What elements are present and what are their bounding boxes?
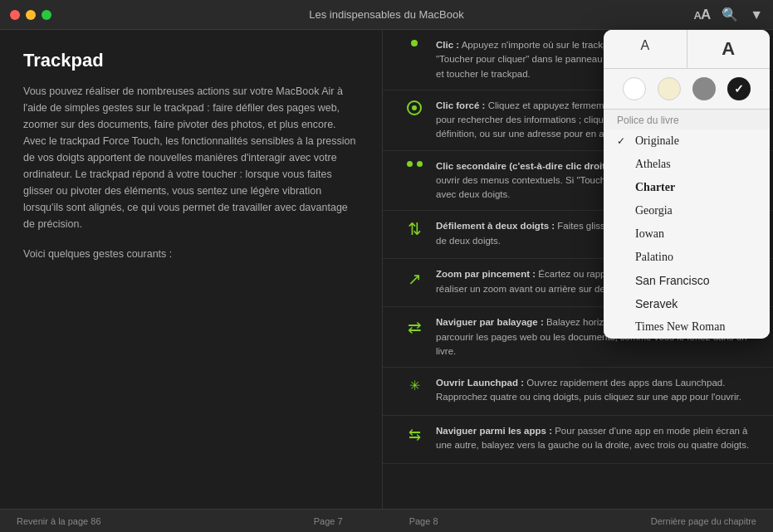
gesture-icon-dot-outline xyxy=(393,99,436,115)
gesture-row-launchpad: ✳ Ouvrir Launchpad : Ouvrez rapidement d… xyxy=(383,368,773,416)
font-item-georgia[interactable]: Georgia xyxy=(604,199,770,222)
font-item-athelas[interactable]: Athelas xyxy=(604,153,770,176)
color-swatch-white[interactable] xyxy=(623,77,646,100)
menu-icon[interactable]: ▼ xyxy=(750,7,763,22)
search-icon[interactable]: 🔍 xyxy=(722,7,738,22)
page-8-label: Page 8 xyxy=(409,516,438,526)
font-item-times-new-roman[interactable]: Times New Roman xyxy=(604,315,770,339)
bottom-bar: Revenir à la page 86 Page 7 Page 8 Derni… xyxy=(0,509,773,532)
page-7-label: Page 7 xyxy=(314,516,343,526)
font-size-increase-button[interactable]: A xyxy=(687,30,771,68)
font-large-a: A xyxy=(722,38,735,59)
font-name-originale: Originale xyxy=(635,134,679,148)
gesture-icon-arrows-multi: ✳ xyxy=(393,376,436,393)
font-unselected-space-georgia xyxy=(617,204,629,217)
font-settings-popup: A A ✓ Police du livre ✓ Originale Athela… xyxy=(604,30,770,339)
font-selected-check-icon: ✓ xyxy=(617,135,629,148)
font-unselected-space xyxy=(617,158,629,171)
font-unselected-space-palatino xyxy=(617,251,629,264)
text-size-icon[interactable]: AA xyxy=(693,7,710,23)
gesture-icon-arrows-leftright: ⇄ xyxy=(393,315,436,337)
font-unselected-space-seravek xyxy=(617,297,629,310)
font-name-times-new-roman: Times New Roman xyxy=(635,320,725,334)
close-button[interactable] xyxy=(10,10,20,20)
gesture-text-launchpad: Ouvrir Launchpad : Ouvrez rapidement des… xyxy=(436,376,763,405)
window-title: Les indispensables du MacBook xyxy=(309,8,463,21)
page-numbers: Page 7 Page 8 xyxy=(314,516,438,526)
font-name-iowan: Iowan xyxy=(635,227,664,241)
maximize-button[interactable] xyxy=(42,10,51,20)
chapter-heading: Trackpad xyxy=(23,50,359,71)
title-bar: Les indispensables du MacBook AA 🔍 ▼ xyxy=(0,0,773,30)
font-item-san-francisco[interactable]: San Francisco xyxy=(604,269,770,292)
gestures-intro: Voici quelques gestes courants : xyxy=(23,246,359,262)
font-unselected-space-tnr xyxy=(617,320,629,334)
font-size-decrease-button[interactable]: A xyxy=(604,30,687,68)
font-name-charter: Charter xyxy=(635,181,675,194)
gesture-icon-arrow-diagonal: ↗ xyxy=(393,267,436,289)
gesture-icon-dot xyxy=(393,38,436,46)
color-swatch-cream[interactable] xyxy=(658,77,681,100)
font-name-georgia: Georgia xyxy=(635,204,673,217)
gesture-text-apps: Naviguer parmi les apps : Pour passer d'… xyxy=(436,424,763,453)
left-panel: Trackpad Vous pouvez réaliser de nombreu… xyxy=(0,30,382,509)
color-swatch-gray[interactable] xyxy=(692,77,716,100)
font-name-seravek: Seravek xyxy=(635,297,678,310)
font-unselected-space-iowan xyxy=(617,227,629,241)
selected-check-icon: ✓ xyxy=(734,82,744,95)
title-bar-actions: AA 🔍 ▼ xyxy=(693,7,763,23)
nav-last-page[interactable]: Dernière page du chapitre xyxy=(651,516,756,526)
font-item-palatino[interactable]: Palatino xyxy=(604,246,770,269)
font-item-originale[interactable]: ✓ Originale xyxy=(604,129,770,153)
background-color-swatches: ✓ xyxy=(604,69,770,110)
font-name-palatino: Palatino xyxy=(635,251,673,264)
color-swatch-black[interactable]: ✓ xyxy=(727,77,751,100)
font-item-iowan[interactable]: Iowan xyxy=(604,222,770,246)
font-unselected-space-sf xyxy=(617,274,629,287)
gesture-row-apps: ⇆ Naviguer parmi les apps : Pour passer … xyxy=(383,416,773,464)
font-unselected-space-charter xyxy=(617,181,629,194)
font-item-charter[interactable]: Charter xyxy=(604,176,770,199)
minimize-button[interactable] xyxy=(26,10,36,20)
gesture-icon-two-dots xyxy=(393,159,436,167)
font-size-controls: A A xyxy=(604,30,770,69)
font-list: ✓ Originale Athelas Charter Georgia Iowa… xyxy=(604,129,770,339)
font-name-san-francisco: San Francisco xyxy=(635,274,709,287)
gesture-icon-arrows-updown: ⇅ xyxy=(393,219,436,237)
chapter-body: Vous pouvez réaliser de nombreuses actio… xyxy=(23,83,359,232)
traffic-lights xyxy=(10,10,51,20)
font-list-label: Police du livre xyxy=(604,110,770,129)
gesture-icon-arrows-horiz-multi: ⇆ xyxy=(393,424,436,444)
font-name-athelas: Athelas xyxy=(635,158,671,171)
font-small-a: A xyxy=(640,38,649,52)
nav-back[interactable]: Revenir à la page 86 xyxy=(17,516,101,526)
font-item-seravek[interactable]: Seravek xyxy=(604,292,770,315)
